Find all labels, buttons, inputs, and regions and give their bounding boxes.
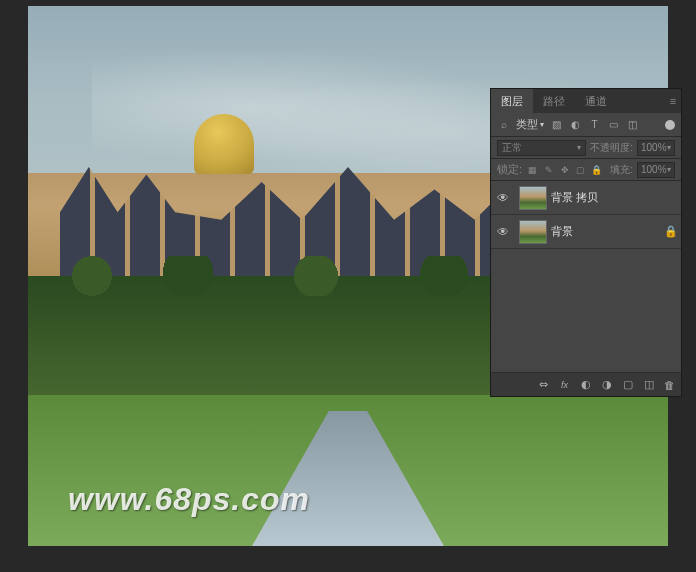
link-layers-icon[interactable]: ⇔ (536, 377, 551, 392)
panel-tabs: 图层 路径 通道 ≡ (491, 89, 681, 113)
fill-value: 100% (641, 164, 667, 175)
layer-lock-icon: 🔒 (661, 225, 681, 238)
layers-panel: 图层 路径 通道 ≡ ⌕ 类型 ▾ ▧ ◐ T ▭ ◫ 正常 ▾ 不透明度: (490, 88, 682, 397)
blend-mode-value: 正常 (502, 141, 522, 155)
chevron-down-icon: ▾ (667, 143, 671, 152)
opacity-label: 不透明度: (590, 141, 633, 155)
filter-adjust-icon[interactable]: ◐ (568, 117, 583, 132)
image-dome (194, 114, 254, 174)
filter-toggle[interactable] (665, 120, 675, 130)
layer-filter-row: ⌕ 类型 ▾ ▧ ◐ T ▭ ◫ (491, 113, 681, 137)
tab-layers[interactable]: 图层 (491, 89, 533, 113)
opacity-value: 100% (641, 142, 667, 153)
lock-row: 锁定: ▦ ✎ ✥ ▢ 🔒 填充: 100% ▾ (491, 159, 681, 181)
panel-footer: ⇔ fx ◐ ◑ ▢ ◫ 🗑 (491, 372, 681, 396)
new-layer-icon[interactable]: ◫ (641, 377, 656, 392)
filter-shape-icon[interactable]: ▭ (606, 117, 621, 132)
opacity-input[interactable]: 100% ▾ (637, 140, 675, 156)
adjustment-icon[interactable]: ◑ (599, 377, 614, 392)
lock-all-icon[interactable]: 🔒 (590, 163, 603, 176)
blend-mode-dropdown[interactable]: 正常 ▾ (497, 140, 586, 156)
fill-label: 填充: (610, 163, 633, 177)
mask-icon[interactable]: ◐ (578, 377, 593, 392)
layer-thumb[interactable] (519, 186, 547, 210)
tab-paths[interactable]: 路径 (533, 89, 575, 113)
layer-name[interactable]: 背景 (551, 224, 661, 239)
filter-type-label: 类型 (516, 117, 538, 132)
layer-thumb[interactable] (519, 220, 547, 244)
search-icon[interactable]: ⌕ (497, 118, 511, 132)
lock-icons: ▦ ✎ ✥ ▢ 🔒 (526, 163, 603, 176)
lock-label: 锁定: (497, 162, 522, 177)
fx-icon[interactable]: fx (557, 377, 572, 392)
visibility-toggle[interactable]: 👁 (491, 225, 515, 239)
watermark-text: www.68ps.com (68, 481, 310, 518)
lock-artboard-icon[interactable]: ▢ (574, 163, 587, 176)
filter-type-dropdown[interactable]: 类型 ▾ (515, 117, 545, 132)
panel-menu-icon[interactable]: ≡ (665, 89, 681, 113)
visibility-toggle[interactable]: 👁 (491, 191, 515, 205)
chevron-down-icon: ▾ (540, 120, 544, 129)
layer-name[interactable]: 背景 拷贝 (551, 190, 661, 205)
lock-transparent-icon[interactable]: ▦ (526, 163, 539, 176)
lock-brush-icon[interactable]: ✎ (542, 163, 555, 176)
layer-row[interactable]: 👁 背景 拷贝 (491, 181, 681, 215)
lock-move-icon[interactable]: ✥ (558, 163, 571, 176)
workspace: www.68ps.com 图层 路径 通道 ≡ ⌕ 类型 ▾ ▧ ◐ T ▭ ◫… (0, 0, 696, 572)
blend-row: 正常 ▾ 不透明度: 100% ▾ (491, 137, 681, 159)
trash-icon[interactable]: 🗑 (662, 377, 677, 392)
chevron-down-icon: ▾ (577, 143, 581, 152)
layer-list: 👁 背景 拷贝 👁 背景 🔒 (491, 181, 681, 372)
filter-text-icon[interactable]: T (587, 117, 602, 132)
filter-pixel-icon[interactable]: ▧ (549, 117, 564, 132)
chevron-down-icon: ▾ (667, 165, 671, 174)
layer-row[interactable]: 👁 背景 🔒 (491, 215, 681, 249)
group-icon[interactable]: ▢ (620, 377, 635, 392)
filter-smart-icon[interactable]: ◫ (625, 117, 640, 132)
tab-channels[interactable]: 通道 (575, 89, 617, 113)
fill-input[interactable]: 100% ▾ (637, 162, 675, 178)
